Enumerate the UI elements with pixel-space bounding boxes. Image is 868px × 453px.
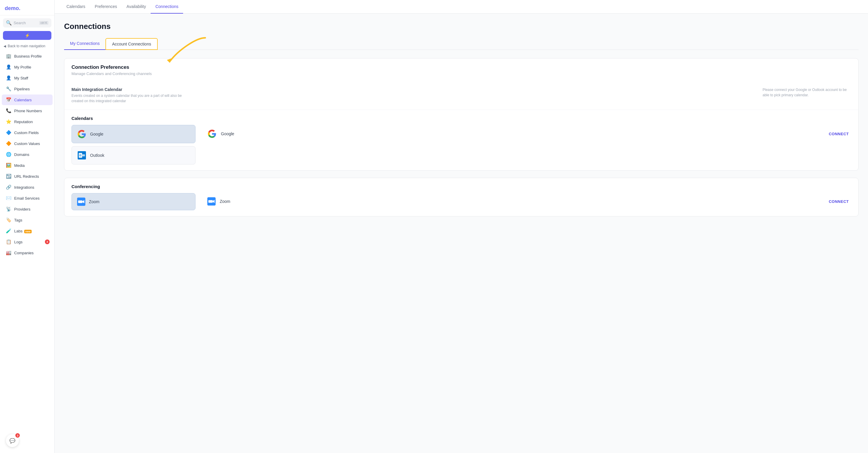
sub-tabs-bar: My ConnectionsAccount Connections [64,38,859,50]
google-calendar-card[interactable]: Google [71,125,195,143]
chat-icon: 💬 [9,438,16,444]
url-redirects-icon: ↩️ [6,174,11,179]
sidebar-item-labs[interactable]: 🧪Labs new [2,226,53,236]
calendars-title: Calendars [71,116,851,121]
calendars-grid: Google O [71,125,851,164]
zoom-account-row: Zoom CONNECT [207,193,851,210]
sidebar-item-label-email-services: Email Services [14,196,39,200]
calendar-list: Google O [71,125,195,164]
sidebar-item-logs[interactable]: 📋Logs3 [2,236,53,247]
sidebar-item-tags[interactable]: 🏷️Tags [2,215,53,225]
pipelines-icon: 🔧 [6,86,11,92]
page-title: Connections [64,22,859,31]
section-header: Connection Preferences Manage Calendars … [64,59,858,83]
conferencing-title: Conferencing [71,184,851,189]
conferencing-section: Conferencing Zoom [64,178,859,217]
tags-icon: 🏷️ [6,217,11,223]
sidebar-item-business-profile[interactable]: 🏢Business Profile [2,51,53,61]
conferencing-grid: Zoom Zoom [71,193,851,210]
top-tab-connections[interactable]: Connections [151,0,183,13]
sidebar-item-label-domains: Domains [14,152,29,157]
search-icon: 🔍 [6,20,12,26]
conferencing-list: Zoom [71,193,195,210]
back-navigation[interactable]: ◀ Back to main navigation [0,42,54,51]
sidebar-nav: 🏢Business Profile👤My Profile👤My Staff🔧Pi… [0,51,54,258]
sub-tab-my-connections[interactable]: My Connections [64,38,105,50]
zoom-label: Zoom [89,199,99,204]
sidebar-item-label-calendars: Calendars [14,98,32,102]
sidebar-item-label-integrations: Integrations [14,185,34,190]
sidebar-item-custom-values[interactable]: 🔶Custom Values [2,138,53,149]
sidebar-item-label-custom-fields: Custom Fields [14,131,39,135]
google-account-label: Google [221,131,822,136]
flash-button[interactable]: ⚡ [3,31,52,40]
chat-button[interactable]: 💬 3 [6,434,19,447]
sidebar-item-label-tags: Tags [14,218,22,222]
sidebar-item-my-staff[interactable]: 👤My Staff [2,73,53,83]
sidebar-item-my-profile[interactable]: 👤My Profile [2,62,53,72]
top-tab-calendars[interactable]: Calendars [62,0,90,13]
sidebar-item-companies[interactable]: 🏭Companies [2,248,53,258]
sidebar-item-pipelines[interactable]: 🔧Pipelines [2,84,53,94]
domains-icon: 🌐 [6,152,11,157]
back-arrow-icon: ◀ [4,44,6,48]
chat-notification-badge: 3 [16,433,20,438]
google-label: Google [90,132,103,136]
top-tab-availability[interactable]: Availability [122,0,151,13]
zoom-account-label: Zoom [220,199,822,204]
content-area: Connections My ConnectionsAccount Connec… [55,13,868,453]
labs-icon: 🧪 [6,228,11,234]
integration-info: Main Integration Calendar Events created… [71,87,751,104]
sidebar-item-domains[interactable]: 🌐Domains [2,149,53,160]
search-bar[interactable]: 🔍 Search ctrl K [3,18,52,28]
calendars-subsection: Calendars [64,110,858,170]
zoom-card[interactable]: Zoom [71,193,195,210]
app-logo: demo. [0,0,54,15]
sidebar-item-email-services[interactable]: ✉️Email Services [2,193,53,203]
google-calendar-icon [77,129,87,139]
lightning-icon: ⚡ [25,33,30,38]
svg-rect-4 [82,155,85,157]
conferencing-inner: Conferencing Zoom [64,178,858,216]
my-staff-icon: 👤 [6,75,11,80]
google-connect-button[interactable]: CONNECT [826,131,851,137]
connection-preferences-section: Connection Preferences Manage Calendars … [64,58,859,171]
search-shortcut: ctrl K [39,21,49,25]
sidebar-item-url-redirects[interactable]: ↩️URL Redirects [2,171,53,182]
reputation-icon: ⭐ [6,119,11,124]
sidebar-item-custom-fields[interactable]: 🔷Custom Fields [2,127,53,138]
providers-icon: 📡 [6,206,11,212]
integrations-icon: 🔗 [6,185,11,190]
integration-title: Main Integration Calendar [71,87,751,92]
integration-note: Please connect your Google or Outlook ac… [763,87,851,98]
outlook-calendar-icon: O [77,151,87,160]
sidebar-item-label-url-redirects: URL Redirects [14,174,39,179]
sidebar-item-media[interactable]: 🖼️Media [2,160,53,171]
my-profile-icon: 👤 [6,64,11,70]
notification-badge: 3 [45,239,50,244]
main-content: CalendarsPreferencesAvailabilityConnecti… [55,0,868,453]
outlook-calendar-card[interactable]: O Outlook [71,146,195,164]
main-integration-row: Main Integration Calendar Events created… [64,83,858,110]
logs-icon: 📋 [6,239,11,245]
sidebar-item-label-my-staff: My Staff [14,76,28,80]
sidebar-item-reputation[interactable]: ⭐Reputation [2,116,53,127]
sidebar-item-label-companies: Companies [14,251,34,255]
sub-tab-account-connections[interactable]: Account Connections [105,38,157,50]
top-tab-preferences[interactable]: Preferences [90,0,122,13]
sidebar-item-label-business-profile: Business Profile [14,54,42,59]
search-placeholder: Search [13,21,37,25]
google-account-icon [207,129,217,138]
back-navigation-label: Back to main navigation [8,44,45,48]
top-tabs-bar: CalendarsPreferencesAvailabilityConnecti… [55,0,868,13]
svg-text:O: O [80,154,81,157]
zoom-connect-button[interactable]: CONNECT [826,198,851,205]
sidebar-item-label-my-profile: My Profile [14,65,31,69]
sidebar-item-integrations[interactable]: 🔗Integrations [2,182,53,193]
sidebar-item-calendars[interactable]: 📅Calendars [2,95,53,105]
phone-numbers-icon: 📞 [6,108,11,114]
sidebar-item-providers[interactable]: 📡Providers [2,204,53,215]
email-services-icon: ✉️ [6,195,11,201]
sidebar-item-phone-numbers[interactable]: 📞Phone Numbers [2,105,53,116]
new-badge: new [24,230,32,233]
